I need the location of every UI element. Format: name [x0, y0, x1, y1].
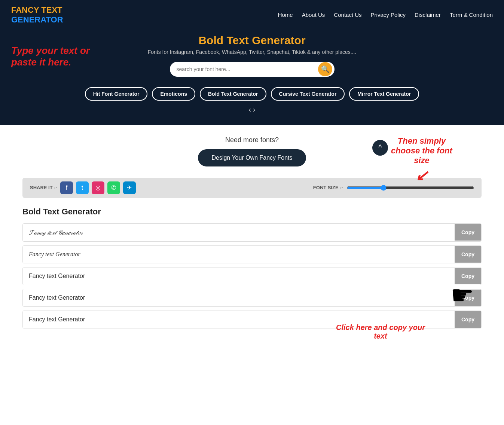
nav-privacy[interactable]: Privacy Policy	[371, 12, 406, 18]
nav-about[interactable]: About Us	[302, 12, 325, 18]
search-button[interactable]: 🔍	[318, 62, 332, 76]
hero-section: FANCY TEXT GENERATOR Home About Us Conta…	[0, 0, 504, 125]
nav-terms[interactable]: Term & Condition	[450, 12, 493, 18]
share-label: SHARE IT :-	[30, 185, 57, 190]
search-area: 🔍	[0, 62, 504, 77]
fontsize-label: FONT SIZE :-	[313, 185, 343, 190]
share-section: SHARE IT :- f t ◎ ✆ ✈	[30, 181, 136, 194]
main-content: ^ Then simply choose the font size ↙ Nee…	[0, 125, 504, 347]
font-preview: ℱ𝒶𝓃𝒸𝓎 𝓉𝑒𝓍𝓉 𝒢𝑒𝓃𝑒𝓇𝒶𝓉𝑜𝓇	[23, 224, 455, 241]
logo-fancy: FANCY TEXT	[11, 5, 62, 15]
fontsize-section: FONT SIZE :-	[313, 185, 474, 191]
font-rows-list: ℱ𝒶𝓃𝒸𝓎 𝓉𝑒𝓍𝓉 𝒢𝑒𝓃𝑒𝓇𝒶𝓉𝑜𝓇 Copy Fancy text Gen…	[22, 223, 482, 328]
copy-button[interactable]: Copy	[455, 224, 481, 241]
copy-button[interactable]: Copy	[455, 311, 481, 328]
nav-links: Home About Us Contact Us Privacy Policy …	[278, 12, 493, 18]
twitter-share-button[interactable]: t	[76, 181, 89, 194]
tabs-nav-arrows[interactable]: ‹ ›	[0, 106, 504, 114]
tab-mirror[interactable]: Mirror Text Generator	[349, 87, 419, 101]
font-preview: Fancy text Generator	[23, 289, 455, 306]
search-input[interactable]	[170, 62, 335, 77]
navbar: FANCY TEXT GENERATOR Home About Us Conta…	[0, 0, 504, 30]
whatsapp-share-button[interactable]: ✆	[107, 181, 120, 194]
nav-disclaimer[interactable]: Disclaimer	[415, 12, 441, 18]
font-preview: Fancy text Generator	[23, 246, 455, 263]
section-title: Bold Text Generator	[22, 207, 482, 217]
font-row: Fancy text Generator Copy	[22, 267, 482, 285]
click-annotation: Click here and copy your text	[332, 323, 429, 340]
telegram-share-button[interactable]: ✈	[123, 181, 136, 194]
logo-generator: GENERATOR	[11, 15, 63, 24]
copy-button[interactable]: Copy	[455, 246, 481, 263]
facebook-share-button[interactable]: f	[60, 181, 73, 194]
fontsize-slider[interactable]	[347, 185, 474, 191]
copy-button[interactable]: Copy	[455, 268, 481, 284]
font-row: Fancy text Generator Copy	[22, 289, 482, 307]
tabs-bar: Hit Font Generator Emoticons Bold Text G…	[0, 87, 504, 101]
tab-emoticons[interactable]: Emoticons	[152, 87, 195, 101]
font-row: Fancy text Generator Copy	[22, 245, 482, 263]
tab-hit-font[interactable]: Hit Font Generator	[85, 87, 148, 101]
font-preview: Fancy text Generator	[23, 267, 455, 285]
copy-button[interactable]: Copy	[455, 290, 481, 306]
need-more-label: Need more fonts?	[22, 136, 482, 144]
logo: FANCY TEXT GENERATOR	[11, 5, 63, 25]
annotation-arrow-down: ↙	[384, 167, 459, 184]
nav-home[interactable]: Home	[278, 12, 293, 18]
tab-cursive[interactable]: Cursive Text Generator	[271, 87, 345, 101]
nav-contact[interactable]: Contact Us	[334, 12, 361, 18]
font-row: ℱ𝒶𝓃𝒸𝓎 𝓉𝑒𝓍𝓉 𝒢𝑒𝓃𝑒𝓇𝒶𝓉𝑜𝓇 Copy	[22, 223, 482, 242]
instagram-share-button[interactable]: ◎	[92, 181, 104, 194]
tab-bold-text[interactable]: Bold Text Generator	[200, 87, 266, 101]
design-fonts-button[interactable]: Design Your Own Fancy Fonts	[198, 149, 306, 166]
